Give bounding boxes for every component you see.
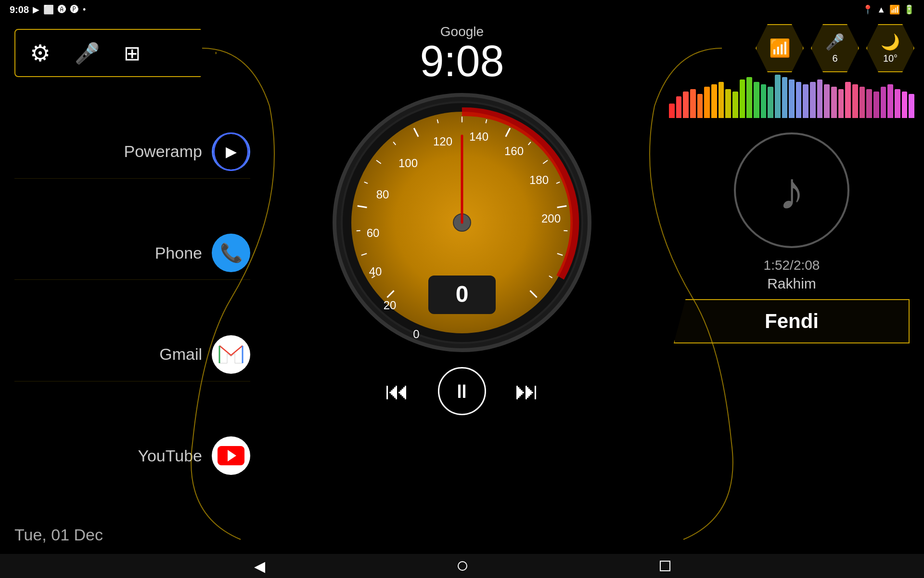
bottom-nav: ◀ <box>0 554 924 578</box>
temperature-text: 10° <box>883 53 898 64</box>
svg-line-29 <box>357 231 360 231</box>
eq-bar-19 <box>803 84 808 118</box>
svg-text:40: 40 <box>369 265 382 278</box>
wifi-hex-button[interactable]: 📶 <box>756 24 804 72</box>
status-right: 📍 ▲ 📶 🔋 <box>862 4 914 15</box>
svg-line-36 <box>564 231 567 231</box>
poweramp-label: Poweramp <box>124 142 202 161</box>
play-icon: ▶ <box>33 4 39 15</box>
back-button[interactable]: ◀ <box>254 558 265 575</box>
eq-bar-5 <box>704 87 710 118</box>
eq-bar-3 <box>690 89 696 118</box>
dot-icon: • <box>83 5 86 15</box>
equalizer-display <box>669 79 914 118</box>
next-track-button[interactable]: ⏭ <box>515 377 539 405</box>
recents-button[interactable] <box>660 561 670 571</box>
settings-icon[interactable]: ⚙ <box>30 39 51 66</box>
status-time: 9:08 <box>10 4 29 15</box>
track-artist: Rakhim <box>669 276 914 292</box>
eq-bar-25 <box>845 82 851 118</box>
big-clock: 9:08 <box>420 39 504 83</box>
svg-text:100: 100 <box>398 157 418 170</box>
eq-bar-21 <box>817 79 823 118</box>
svg-text:0: 0 <box>413 328 419 341</box>
eq-bar-22 <box>824 84 830 118</box>
svg-text:0: 0 <box>456 281 469 307</box>
stop-icon: ⬜ <box>43 4 54 15</box>
home-button[interactable] <box>458 561 467 571</box>
battery-icon: 🔋 <box>904 4 914 15</box>
top-controls: ⚙ 🎤 ⊞ <box>14 29 217 77</box>
p-icon: 🅟 <box>70 5 79 15</box>
svg-text:60: 60 <box>367 226 380 239</box>
status-left: 9:08 ▶ ⬜ 🅐 🅟 • <box>10 4 86 15</box>
eq-bar-9 <box>732 92 738 118</box>
app-item-phone[interactable]: Phone 📞 <box>14 226 250 280</box>
wifi-status-icon: ▲ <box>877 5 886 15</box>
youtube-label: YouTube <box>138 447 202 465</box>
status-bar: 9:08 ▶ ⬜ 🅐 🅟 • 📍 ▲ 📶 🔋 <box>0 0 924 19</box>
eq-bar-1 <box>676 96 682 118</box>
svg-text:80: 80 <box>376 188 389 201</box>
app-item-youtube[interactable]: YouTube <box>14 429 250 482</box>
wifi-icon: 📶 <box>769 38 791 58</box>
signal-strength-text: 6 <box>832 53 837 64</box>
date-text: Tue, 01 Dec <box>14 525 103 544</box>
track-time: 1:52/2:08 <box>669 258 914 273</box>
eq-bar-0 <box>669 104 675 118</box>
svg-text:200: 200 <box>541 212 561 225</box>
eq-bar-15 <box>775 75 781 118</box>
eq-bar-30 <box>881 87 886 118</box>
moon-icon: 🌙 <box>881 33 900 51</box>
eq-bar-20 <box>810 82 816 118</box>
center-panel: Google 9:08 <box>217 19 707 554</box>
eq-bar-26 <box>852 84 858 118</box>
eq-bar-4 <box>697 94 703 118</box>
weather-hex-button[interactable]: 🌙 10° <box>866 24 914 72</box>
google-time-widget: Google 9:08 <box>420 24 504 83</box>
signal-icon: 📶 <box>889 4 900 15</box>
app-item-gmail[interactable]: Gmail <box>14 328 250 381</box>
svg-text:180: 180 <box>529 173 549 186</box>
eq-bar-32 <box>895 89 900 118</box>
eq-bar-10 <box>740 79 745 118</box>
phone-label: Phone <box>155 244 202 263</box>
eq-bar-27 <box>860 87 865 118</box>
speedometer: 0 20 40 60 80 100 120 140 160 <box>327 88 597 357</box>
gmail-label: Gmail <box>159 345 202 364</box>
mic-off-icon: 🎤 <box>825 33 845 51</box>
eq-bar-8 <box>725 89 731 118</box>
eq-bar-11 <box>746 77 752 118</box>
apps-grid-icon[interactable]: ⊞ <box>124 41 141 65</box>
eq-bar-16 <box>782 77 788 118</box>
mic-off-hex-button[interactable]: 🎤 6 <box>811 24 859 72</box>
svg-text:160: 160 <box>504 144 524 158</box>
microphone-icon[interactable]: 🎤 <box>75 41 100 65</box>
svg-text:20: 20 <box>384 299 397 312</box>
music-note-icon: ♪ <box>734 132 849 248</box>
eq-bar-2 <box>683 92 689 118</box>
location-icon: 📍 <box>862 4 873 15</box>
svg-text:140: 140 <box>469 130 488 143</box>
eq-bar-14 <box>768 87 773 118</box>
app-item-poweramp[interactable]: Poweramp ▶ <box>14 125 250 179</box>
eq-bar-7 <box>719 82 724 118</box>
eq-bar-28 <box>866 89 872 118</box>
eq-bar-23 <box>831 87 837 118</box>
eq-bar-24 <box>838 89 844 118</box>
eq-bar-12 <box>754 82 759 118</box>
eq-bar-17 <box>789 79 795 118</box>
eq-bar-34 <box>909 94 914 118</box>
pause-button[interactable]: ⏸ <box>438 367 486 415</box>
eq-bar-33 <box>902 92 908 118</box>
top-right-icons: 📶 🎤 6 🌙 10° <box>669 24 914 72</box>
eq-bar-18 <box>796 82 802 118</box>
prev-track-button[interactable]: ⏮ <box>385 377 409 405</box>
main-content: ⚙ 🎤 ⊞ Poweramp ▶ Phone 📞 Gmail <box>0 19 924 554</box>
right-panel: 📶 🎤 6 🌙 10° ♪ 1:52/2:08 Rakhim Fendi <box>659 19 924 554</box>
eq-bar-6 <box>711 84 717 118</box>
eq-bar-31 <box>887 84 893 118</box>
track-title: Fendi <box>674 299 910 343</box>
media-controls: ⏮ ⏸ ⏭ <box>385 367 539 415</box>
a-icon: 🅐 <box>58 5 66 15</box>
